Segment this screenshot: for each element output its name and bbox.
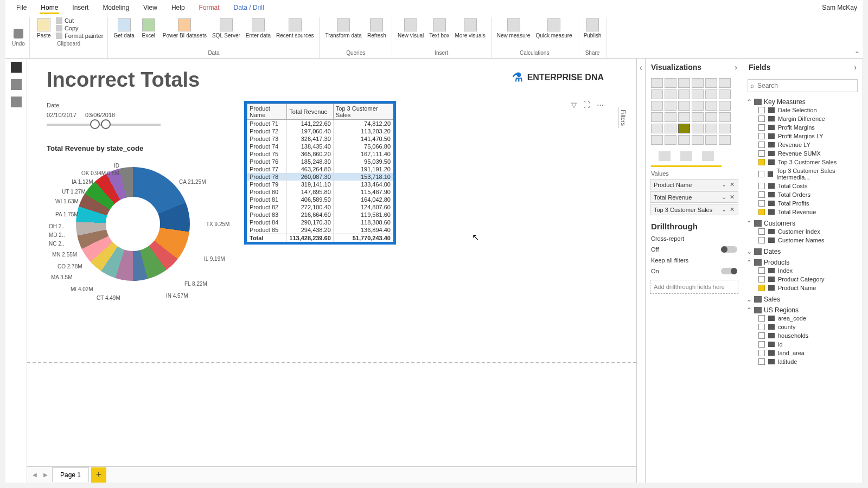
table-header[interactable]: Top 3 Customer Sales <box>333 104 393 120</box>
fields-pane-chevron-icon[interactable]: › <box>854 63 857 72</box>
menu-modeling[interactable]: Modeling <box>101 2 130 14</box>
visual-type-button[interactable] <box>719 101 731 111</box>
field-item[interactable]: id <box>746 340 859 349</box>
table-row[interactable]: Product 76185,248.3095,039.50 <box>247 158 393 165</box>
field-group-header[interactable]: ⌃Products <box>746 259 859 266</box>
field-item[interactable]: Total Orders <box>746 190 859 199</box>
field-item[interactable]: Revenue LY <box>746 140 859 149</box>
field-item[interactable]: area_code <box>746 314 859 323</box>
get-data-button[interactable]: Get data <box>112 17 135 40</box>
text-box-button[interactable]: Text box <box>428 17 450 40</box>
page-tab-1[interactable]: Page 1 <box>52 467 89 482</box>
visual-type-button[interactable] <box>651 135 663 145</box>
recent-sources-button[interactable]: Recent sources <box>275 17 315 40</box>
new-measure-button[interactable]: New measure <box>496 17 532 40</box>
ribbon-collapse-icon[interactable]: ⌃ <box>854 50 860 59</box>
drillthrough-dropzone[interactable]: Add drillthrough fields here <box>650 280 738 294</box>
menu-data-drill[interactable]: Data / Drill <box>233 2 265 14</box>
visual-type-button[interactable] <box>719 124 731 133</box>
field-item[interactable]: Top 3 Customer Sales <box>746 158 859 166</box>
field-item[interactable]: Total Revenue <box>746 208 859 216</box>
copy-button[interactable]: Copy <box>56 25 104 31</box>
menu-file[interactable]: File <box>15 2 28 14</box>
field-item[interactable]: county <box>746 323 859 331</box>
table-row[interactable]: Product 78260,087.30153,718.10 <box>247 173 393 181</box>
visual-type-button[interactable] <box>651 78 663 88</box>
field-checkbox[interactable] <box>758 332 765 339</box>
data-view-icon[interactable] <box>11 79 22 90</box>
well-chevron-icon[interactable]: ⌄ <box>722 206 726 213</box>
table-row[interactable]: Product 72197,060.40113,203.20 <box>247 127 393 135</box>
vis-pane-chevron-icon[interactable]: › <box>735 63 737 72</box>
well-remove-icon[interactable]: ✕ <box>730 194 735 201</box>
visual-type-button[interactable] <box>678 124 690 133</box>
transform-data-button[interactable]: Transform data <box>324 17 362 40</box>
visual-type-button[interactable] <box>692 112 704 122</box>
field-group-header[interactable]: ⌃Customers <box>746 220 859 227</box>
menu-help[interactable]: Help <box>170 2 186 14</box>
visual-type-button[interactable] <box>692 135 704 145</box>
visual-type-button[interactable] <box>719 112 731 122</box>
cross-report-toggle[interactable] <box>721 246 737 253</box>
cut-button[interactable]: Cut <box>56 17 104 24</box>
visual-type-button[interactable] <box>651 101 663 111</box>
report-canvas[interactable]: Incorrect Totals ⚗ENTERPRISE DNA Date 02… <box>27 59 636 483</box>
field-item[interactable]: Margin Difference <box>746 114 859 123</box>
visual-type-button[interactable] <box>651 124 663 133</box>
date-slider[interactable] <box>47 124 161 126</box>
field-item[interactable]: Profit Margins LY <box>746 132 859 140</box>
field-checkbox[interactable] <box>758 191 765 198</box>
field-item[interactable]: Customer Index <box>746 227 859 236</box>
enter-data-button[interactable]: Enter data <box>245 17 272 40</box>
fields-tab-icon[interactable] <box>659 151 671 161</box>
table-row[interactable]: Product 83216,664.60119,581.60 <box>247 211 393 219</box>
field-checkbox[interactable] <box>758 350 765 356</box>
quick-measure-button[interactable]: Quick measure <box>534 17 573 40</box>
visual-type-button[interactable] <box>665 89 676 99</box>
field-checkbox[interactable] <box>758 142 765 148</box>
visual-type-button[interactable] <box>678 112 690 122</box>
visual-type-button[interactable] <box>719 78 731 88</box>
table-row[interactable]: Product 77463,264.80191,191.20 <box>247 165 393 173</box>
field-checkbox[interactable] <box>758 200 765 207</box>
table-visual[interactable]: Product NameTotal RevenueTop 3 Customer … <box>244 101 396 245</box>
add-page-button[interactable]: + <box>91 467 106 483</box>
page-prev[interactable]: ◀ <box>30 471 39 479</box>
field-checkbox[interactable] <box>758 115 765 122</box>
visual-type-button[interactable] <box>705 124 717 133</box>
visual-type-button[interactable] <box>719 89 731 99</box>
table-row[interactable]: Product 74138,435.4075,066.80 <box>247 143 393 150</box>
visual-type-button[interactable] <box>678 89 690 99</box>
field-item[interactable]: Customer Names <box>746 236 859 245</box>
publish-button[interactable]: Publish <box>583 17 603 40</box>
field-checkbox[interactable] <box>758 133 765 139</box>
visual-type-button[interactable] <box>692 124 704 133</box>
visual-type-button[interactable] <box>719 135 731 145</box>
date-to[interactable]: 03/06/2018 <box>85 112 115 118</box>
table-row[interactable]: Product 75365,860.20167,111.40 <box>247 150 393 158</box>
field-group-header[interactable]: ⌃US Regions <box>746 306 859 314</box>
table-row[interactable]: Product 73326,417.30141,470.50 <box>247 135 393 143</box>
table-row[interactable]: Product 82272,100.40124,807.60 <box>247 203 393 211</box>
visual-type-button[interactable] <box>665 101 676 111</box>
paste-button[interactable]: Paste <box>34 17 54 40</box>
slider-handle-right[interactable] <box>101 119 111 129</box>
visual-type-button[interactable] <box>705 101 717 111</box>
visual-type-button[interactable] <box>665 78 676 88</box>
field-checkbox[interactable] <box>758 171 764 177</box>
report-view-icon[interactable] <box>11 62 22 73</box>
model-view-icon[interactable] <box>11 97 22 107</box>
field-checkbox[interactable] <box>758 150 765 157</box>
field-group-header[interactable]: ⌄Sales <box>746 296 859 303</box>
field-checkbox[interactable] <box>758 315 765 322</box>
visual-type-button[interactable] <box>651 112 663 122</box>
visual-type-button[interactable] <box>678 101 690 111</box>
table-header[interactable]: Total Revenue <box>287 104 333 120</box>
format-tab-icon[interactable] <box>680 151 692 161</box>
field-group-header[interactable]: ⌃Key Measures <box>746 98 859 106</box>
visual-type-button[interactable] <box>692 101 704 111</box>
field-checkbox[interactable] <box>758 107 765 113</box>
visual-type-button[interactable] <box>678 78 690 88</box>
well-chevron-icon[interactable]: ⌄ <box>722 194 726 201</box>
table-row[interactable]: Product 71141,222.6074,812.20 <box>247 120 393 128</box>
